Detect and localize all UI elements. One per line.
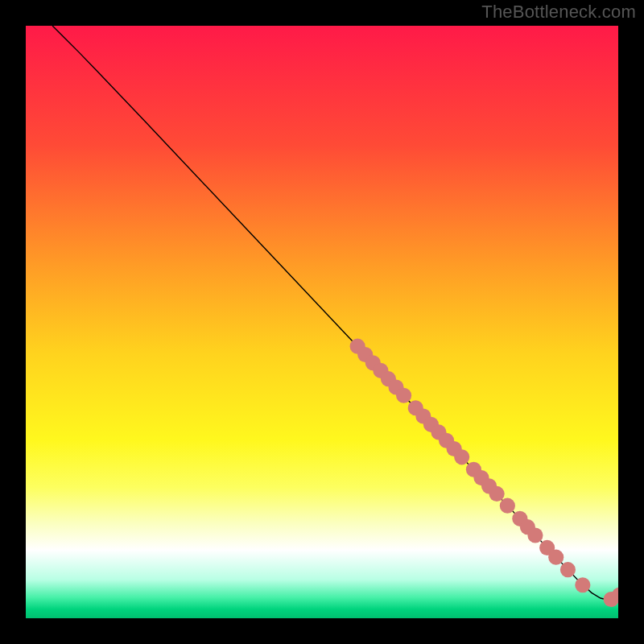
chart-plot xyxy=(26,26,618,618)
marker-dot xyxy=(500,498,515,514)
marker-dot xyxy=(489,486,505,502)
chart-svg xyxy=(26,26,618,618)
marker-dot xyxy=(527,527,543,543)
marker-dot xyxy=(396,388,411,403)
chart-frame: TheBottleneck.com xyxy=(0,0,644,644)
marker-dot xyxy=(560,562,576,577)
watermark-label: TheBottleneck.com xyxy=(481,2,636,23)
marker-dot xyxy=(454,449,469,464)
marker-dot xyxy=(575,577,590,592)
marker-dot xyxy=(548,550,564,565)
